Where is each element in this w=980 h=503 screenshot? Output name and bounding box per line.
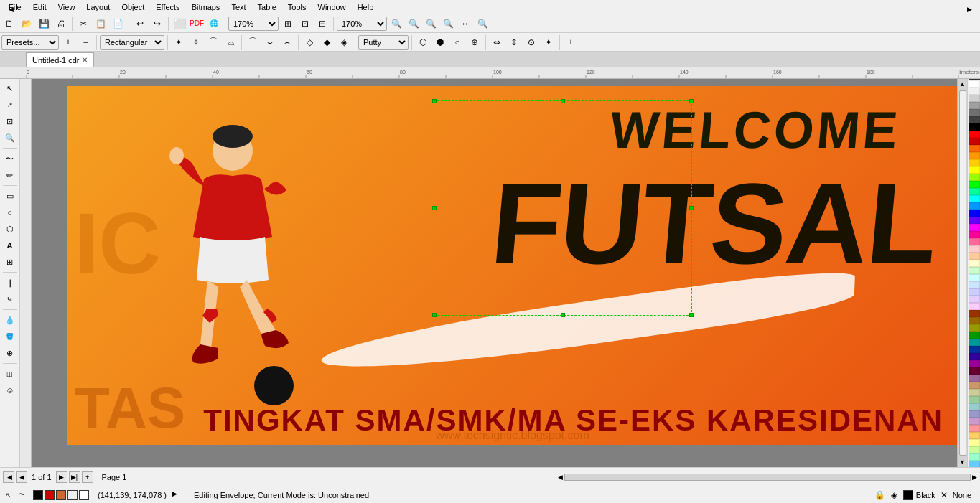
del-preset-button[interactable]: − — [78, 34, 93, 50]
canvas-area[interactable]: IC WELCOME FUTSAL — [32, 79, 967, 467]
palette-color-swatch[interactable] — [969, 80, 980, 88]
paste-button[interactable]: 📄 — [110, 16, 126, 32]
polygon-tool[interactable]: ⬡ — [1, 221, 19, 237]
add-page-button[interactable]: + — [82, 471, 93, 483]
color-swatch-white2[interactable] — [79, 490, 89, 500]
mirror-v-button[interactable]: ⇕ — [506, 34, 522, 50]
node-tool-button[interactable]: ↖ — [3, 489, 14, 501]
menu-table[interactable]: Table — [252, 1, 282, 13]
palette-color-swatch[interactable] — [969, 145, 980, 152]
lock-icon[interactable]: 🔒 — [874, 489, 886, 501]
close-path-button[interactable]: ○ — [449, 34, 465, 50]
palette-color-swatch[interactable] — [969, 231, 980, 238]
snap-grid-button[interactable]: ⊟ — [314, 16, 330, 32]
table-tool[interactable]: ⊞ — [1, 254, 19, 270]
palette-color-swatch[interactable] — [969, 166, 980, 174]
scroll-right-button[interactable]: ▶ — [972, 474, 977, 481]
palette-color-swatch[interactable] — [969, 217, 980, 224]
prev-page-button[interactable]: ◀ — [16, 471, 27, 483]
menu-object[interactable]: Object — [116, 1, 150, 13]
palette-color-swatch[interactable] — [969, 296, 980, 303]
color-swatch-orange[interactable] — [56, 490, 66, 500]
save-button[interactable]: 💾 — [36, 16, 52, 32]
interactive-tool[interactable]: ⊕ — [1, 345, 19, 361]
color-swatch-red[interactable] — [45, 490, 55, 500]
node-type3[interactable]: ◈ — [336, 34, 352, 50]
eyedropper-tool[interactable]: 💧 — [1, 312, 19, 328]
palette-color-swatch[interactable] — [969, 159, 980, 166]
palette-color-swatch[interactable] — [969, 360, 980, 367]
palette-color-swatch[interactable] — [969, 288, 980, 296]
palette-color-swatch[interactable] — [969, 253, 980, 260]
smart-draw-tool[interactable]: ✏ — [1, 167, 19, 183]
palette-color-swatch[interactable] — [969, 461, 980, 467]
menu-edit[interactable]: Edit — [27, 1, 52, 13]
palette-color-swatch[interactable] — [969, 375, 980, 382]
scroll-thumb-h[interactable] — [564, 474, 971, 481]
menu-bitmaps[interactable]: Bitmaps — [186, 1, 226, 13]
copy-button[interactable]: 📋 — [93, 16, 108, 32]
undo-button[interactable]: ↩ — [132, 16, 148, 32]
palette-color-swatch[interactable] — [969, 346, 980, 353]
color-swatch-black[interactable] — [33, 490, 43, 500]
zoom-pan-button[interactable]: 🔍 — [475, 16, 490, 32]
tab-close-button[interactable]: ✕ — [82, 56, 88, 64]
mirror-h-button[interactable]: ⇔ — [489, 34, 505, 50]
snap-button[interactable]: ⊡ — [297, 16, 313, 32]
zoom-in-button[interactable]: 🔍 — [388, 16, 404, 32]
export-pdf-button[interactable]: PDF — [189, 16, 205, 32]
connector-tool[interactable]: ⤷ — [1, 291, 19, 307]
menu-window[interactable]: Window — [312, 1, 352, 13]
menu-tools[interactable]: Tools — [282, 1, 312, 13]
node-break-button[interactable]: ⌓ — [223, 34, 238, 50]
node-join-button[interactable]: ⌒ — [205, 34, 221, 50]
document-tab[interactable]: Untitled-1.cdr ✕ — [26, 52, 94, 67]
handle-tm[interactable] — [561, 99, 565, 103]
vertical-scrollbar[interactable]: ▲ ▼ — [957, 79, 967, 467]
palette-color-swatch[interactable] — [969, 332, 980, 339]
palette-color-swatch[interactable] — [969, 152, 980, 159]
palette-color-swatch[interactable] — [969, 238, 980, 245]
palette-color-swatch[interactable] — [969, 131, 980, 138]
palette-color-swatch[interactable] — [969, 224, 980, 231]
blend-tool[interactable]: ◎ — [1, 382, 19, 398]
curve-button2[interactable]: ⌣ — [262, 34, 278, 50]
palette-color-swatch[interactable] — [969, 267, 980, 274]
palette-color-swatch[interactable] — [969, 210, 980, 217]
palette-color-swatch[interactable] — [969, 317, 980, 324]
node-del-button[interactable]: ✧ — [188, 34, 204, 50]
extract-button[interactable]: ⬢ — [432, 34, 448, 50]
menu-text[interactable]: Text — [225, 1, 251, 13]
crop-tool[interactable]: ⊡ — [1, 113, 19, 129]
palette-color-swatch[interactable] — [969, 123, 980, 131]
scroll-up-button[interactable]: ▲ — [958, 79, 967, 89]
last-page-button[interactable]: ▶| — [69, 471, 80, 483]
palette-color-swatch[interactable] — [969, 245, 980, 253]
zoom-full-button[interactable]: ⊞ — [280, 16, 296, 32]
curve-tool[interactable]: 〜 — [1, 151, 19, 166]
node-type1[interactable]: ◇ — [302, 34, 317, 50]
palette-color-swatch[interactable] — [969, 88, 980, 95]
palette-color-swatch[interactable] — [969, 367, 980, 375]
handle-bl[interactable] — [432, 313, 437, 317]
palette-color-swatch[interactable] — [969, 281, 980, 288]
redo-button[interactable]: ↪ — [149, 16, 165, 32]
select-all-nodes-button[interactable]: ✦ — [541, 34, 556, 50]
fill-color-box[interactable] — [903, 490, 913, 500]
next-page-button[interactable]: ▶ — [56, 471, 67, 483]
horizontal-scrollbar[interactable]: ◀ ▶ — [558, 474, 977, 481]
node-type2[interactable]: ◆ — [319, 34, 335, 50]
palette-color-swatch[interactable] — [969, 303, 980, 310]
menu-help[interactable]: Help — [352, 1, 380, 13]
add-button[interactable]: + — [563, 34, 579, 50]
scroll-thumb-v[interactable] — [959, 90, 966, 456]
palette-color-swatch[interactable] — [969, 181, 980, 188]
palette-color-swatch[interactable] — [969, 410, 980, 418]
palette-color-swatch[interactable] — [969, 353, 980, 360]
palette-color-swatch[interactable] — [969, 446, 980, 453]
palette-color-swatch[interactable] — [969, 324, 980, 332]
elastic-mode-button[interactable]: ⊙ — [523, 34, 539, 50]
add-preset-button[interactable]: + — [60, 34, 76, 50]
scroll-down-button[interactable]: ▼ — [958, 457, 967, 467]
new-button[interactable]: 🗋 — [1, 16, 17, 32]
